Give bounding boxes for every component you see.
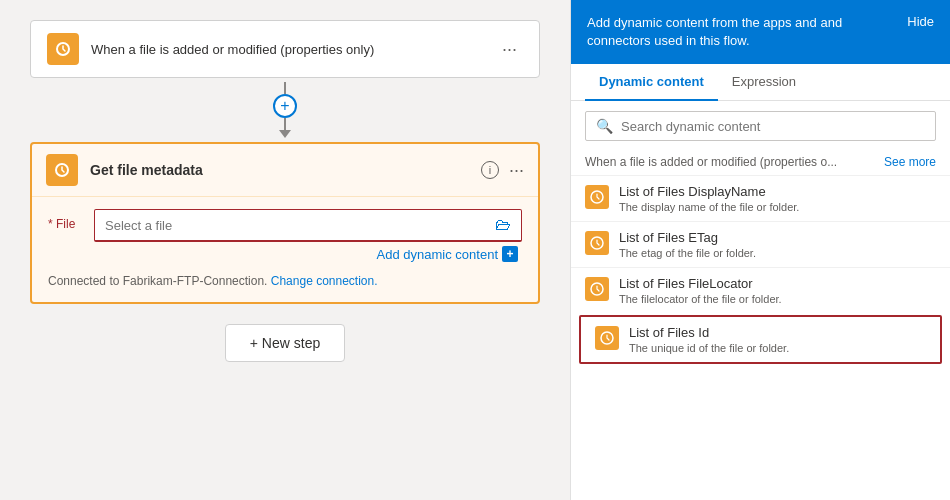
dynamic-item-0[interactable]: List of Files DisplayName The display na… <box>571 175 950 221</box>
dynamic-item-text-3: List of Files Id The unique id of the fi… <box>629 325 789 354</box>
dynamic-item-title-3: List of Files Id <box>629 325 789 340</box>
trigger-more-button[interactable]: ··· <box>496 37 523 62</box>
file-field-label: * File <box>48 209 78 231</box>
add-dynamic-label: Add dynamic content <box>377 247 498 262</box>
dynamic-item-1[interactable]: List of Files ETag The etag of the file … <box>571 221 950 267</box>
connector-line-bottom <box>284 118 286 130</box>
change-connection-link[interactable]: Change connection. <box>271 274 378 288</box>
action-card-header: Get file metadata i ··· <box>32 144 538 197</box>
trigger-icon <box>47 33 79 65</box>
plus-icon: + <box>280 97 289 115</box>
info-button[interactable]: i <box>481 161 499 179</box>
tabs-bar: Dynamic content Expression <box>571 64 950 101</box>
connection-info: Connected to Fabrikam-FTP-Connection. Ch… <box>48 270 522 290</box>
tab-expression-label: Expression <box>732 74 796 89</box>
action-card-title: Get file metadata <box>90 162 469 178</box>
action-card: Get file metadata i ··· * File 🗁 Add dyn… <box>30 142 540 304</box>
add-dynamic-plus-icon: + <box>502 246 518 262</box>
dynamic-item-2[interactable]: List of Files FileLocator The filelocato… <box>571 267 950 313</box>
file-input-box[interactable]: 🗁 <box>94 209 522 242</box>
connection-text: Connected to Fabrikam-FTP-Connection. <box>48 274 267 288</box>
info-icon: i <box>489 164 491 176</box>
add-step-button[interactable]: + <box>273 94 297 118</box>
tab-dynamic-content[interactable]: Dynamic content <box>585 64 718 101</box>
file-input-wrapper: 🗁 Add dynamic content + <box>94 209 522 262</box>
action-more-button[interactable]: ··· <box>509 160 524 181</box>
dynamic-content-header-text: Add dynamic content from the apps and an… <box>587 14 907 50</box>
action-card-controls: i ··· <box>481 160 524 181</box>
left-panel: When a file is added or modified (proper… <box>0 0 570 500</box>
dynamic-item-3[interactable]: List of Files Id The unique id of the fi… <box>579 315 942 364</box>
add-dynamic-content-link[interactable]: Add dynamic content + <box>94 246 522 262</box>
dynamic-content-header: Add dynamic content from the apps and an… <box>571 0 950 64</box>
connector-line-top <box>284 82 286 94</box>
dynamic-item-icon-0 <box>585 185 609 209</box>
dynamic-item-icon-2 <box>585 277 609 301</box>
dynamic-item-desc-3: The unique id of the file or folder. <box>629 342 789 354</box>
new-step-button[interactable]: + New step <box>225 324 345 362</box>
dynamic-item-icon-1 <box>585 231 609 255</box>
tab-dynamic-label: Dynamic content <box>599 74 704 89</box>
search-icon: 🔍 <box>596 118 613 134</box>
search-box[interactable]: 🔍 <box>585 111 936 141</box>
dynamic-item-text-1: List of Files ETag The etag of the file … <box>619 230 756 259</box>
dynamic-item-title-0: List of Files DisplayName <box>619 184 799 199</box>
dynamic-item-desc-0: The display name of the file or folder. <box>619 201 799 213</box>
trigger-title: When a file is added or modified (proper… <box>91 42 484 57</box>
file-input[interactable] <box>105 218 495 233</box>
trigger-card: When a file is added or modified (proper… <box>30 20 540 78</box>
dynamic-item-title-1: List of Files ETag <box>619 230 756 245</box>
file-field-row: * File 🗁 Add dynamic content + <box>48 209 522 262</box>
tab-expression[interactable]: Expression <box>718 64 810 101</box>
section-label-text: When a file is added or modified (proper… <box>585 155 837 169</box>
action-card-body: * File 🗁 Add dynamic content + Connected… <box>32 197 538 302</box>
connector: + <box>273 82 297 138</box>
dynamic-section-header: When a file is added or modified (proper… <box>571 151 950 175</box>
folder-icon[interactable]: 🗁 <box>495 216 511 234</box>
dynamic-item-desc-2: The filelocator of the file or folder. <box>619 293 782 305</box>
right-panel: Add dynamic content from the apps and an… <box>570 0 950 500</box>
hide-button[interactable]: Hide <box>907 14 934 29</box>
dynamic-items-list: List of Files DisplayName The display na… <box>571 175 950 366</box>
dynamic-item-icon-3 <box>595 326 619 350</box>
action-icon <box>46 154 78 186</box>
dynamic-item-text-0: List of Files DisplayName The display na… <box>619 184 799 213</box>
dynamic-item-text-2: List of Files FileLocator The filelocato… <box>619 276 782 305</box>
see-more-button[interactable]: See more <box>884 155 936 169</box>
search-input[interactable] <box>621 119 925 134</box>
dynamic-item-title-2: List of Files FileLocator <box>619 276 782 291</box>
dynamic-item-desc-1: The etag of the file or folder. <box>619 247 756 259</box>
connector-arrow <box>279 130 291 138</box>
